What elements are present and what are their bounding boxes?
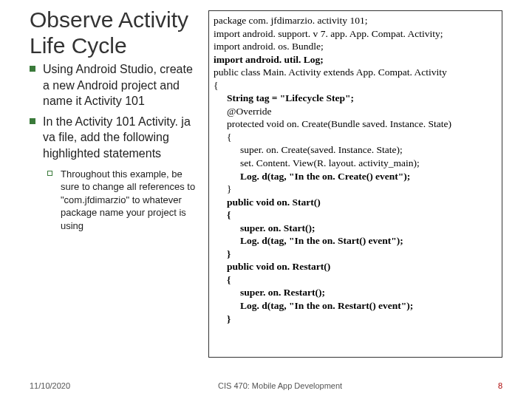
slide: Observe Activity Life Cycle Using Androi…	[0, 0, 532, 399]
code-line: import android. util. Log;	[214, 53, 497, 66]
code-line: String tag = "Lifecycle Step";	[214, 92, 497, 105]
sub-bullet-text: Throughout this example, be sure to chan…	[61, 168, 195, 231]
slide-title: Observe Activity Life Cycle	[30, 7, 200, 58]
code-line: {	[214, 273, 497, 287]
code-line: Log. d(tag, "In the on. Create() event")…	[214, 170, 497, 183]
code-line: super. on. Create(saved. Instance. State…	[214, 143, 497, 157]
left-column: Observe Activity Life Cycle Using Androi…	[30, 7, 207, 232]
code-line: protected void on. Create(Bundle saved. …	[214, 117, 497, 131]
footer-date: 11/10/2020	[30, 381, 70, 390]
code-line: set. Content. View(R. layout. activity_m…	[214, 157, 497, 170]
code-line: super. on. Restart();	[214, 286, 497, 299]
bullet-text: In the Activity 101 Activity. ja va file…	[43, 115, 191, 160]
code-line: import android. os. Bundle;	[214, 40, 497, 53]
code-line: public void on. Start()	[214, 196, 497, 209]
square-bullet-icon	[30, 118, 35, 124]
code-line: {	[214, 131, 497, 144]
footer-course: CIS 470: Mobile App Development	[218, 381, 342, 390]
code-line: package com. jfdimarzio. activity 101;	[214, 14, 497, 27]
bullet-item: In the Activity 101 Activity. ja va file…	[30, 114, 200, 162]
code-line: public void on. Restart()	[214, 260, 497, 273]
code-line: {	[214, 79, 497, 92]
code-line: Log. d(tag, "In the on. Start() event");	[214, 234, 497, 248]
code-line: public class Main. Activity extends App.…	[214, 66, 497, 79]
square-bullet-icon	[30, 66, 35, 72]
code-line: }	[214, 313, 497, 326]
code-line: super. on. Start();	[214, 222, 497, 235]
sub-bullet-item: Throughout this example, be sure to chan…	[47, 168, 200, 233]
sub-bullet-list: Throughout this example, be sure to chan…	[47, 168, 200, 233]
code-line: import android. support. v 7. app. App. …	[214, 27, 497, 41]
code-line: Log. d(tag, "In the on. Restart() event"…	[214, 299, 497, 313]
bullet-item: Using Android Studio, create a new Andro…	[30, 61, 200, 109]
code-block: package com. jfdimarzio. activity 101; i…	[208, 10, 502, 358]
footer-page-number: 8	[498, 381, 502, 390]
code-line: }	[214, 183, 497, 196]
hollow-square-bullet-icon	[47, 171, 52, 176]
bullet-text: Using Android Studio, create a new Andro…	[43, 63, 193, 107]
code-line: @Override	[214, 105, 497, 118]
bullet-list: Using Android Studio, create a new Andro…	[30, 61, 200, 162]
code-line: }	[214, 248, 497, 261]
code-line: {	[214, 208, 497, 222]
